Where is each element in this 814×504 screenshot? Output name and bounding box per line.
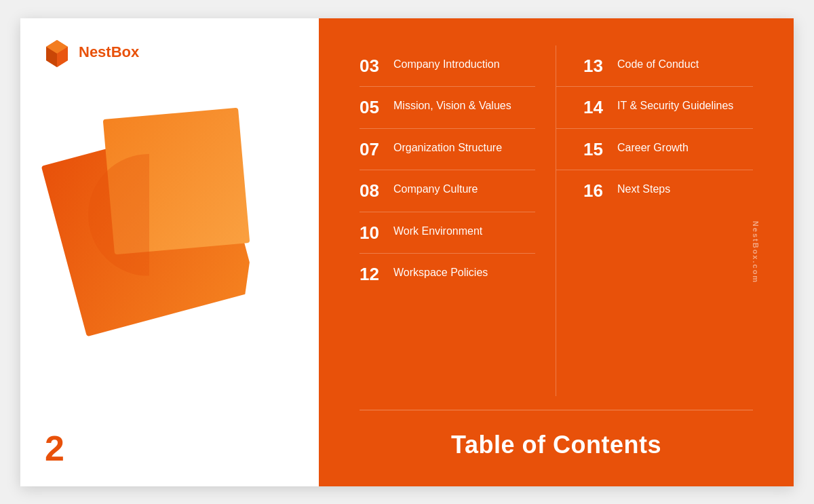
right-panel: 03 Company Introduction 05 Mission, Visi…: [319, 18, 794, 486]
toc-item-right-2: 15 Career Growth: [556, 129, 753, 171]
toc-number: 16: [583, 181, 608, 201]
logo-icon: [42, 37, 72, 67]
toc-label: Company Culture: [393, 181, 478, 197]
left-panel: NestBox 2: [20, 18, 319, 486]
toc-number: 08: [360, 181, 384, 201]
toc-number: 03: [360, 56, 384, 76]
toc-item-left-1: 05 Mission, Vision & Values: [360, 87, 535, 129]
toc-title: Table of Contents: [360, 423, 753, 459]
toc-label: Next Steps: [617, 181, 670, 197]
slide: NestBox 2 03 Company Introduction 05 Mis…: [20, 18, 794, 486]
watermark: NestBox.com: [752, 220, 760, 283]
toc-item-right-3: 16 Next Steps: [556, 170, 753, 212]
toc-label: Career Growth: [617, 140, 689, 155]
logo-text-normal: Nest: [79, 43, 111, 60]
toc-grid: 03 Company Introduction 05 Mission, Visi…: [360, 45, 753, 396]
toc-column-left: 03 Company Introduction 05 Mission, Visi…: [360, 45, 556, 396]
toc-item-right-0: 13 Code of Conduct: [556, 45, 753, 88]
toc-item-left-0: 03 Company Introduction: [360, 45, 535, 88]
toc-label: IT & Security Guidelines: [617, 98, 733, 113]
logo-area: NestBox: [42, 37, 139, 67]
toc-item-right-1: 14 IT & Security Guidelines: [556, 87, 753, 129]
toc-item-left-5: 12 Workspace Policies: [360, 254, 535, 295]
toc-number: 13: [583, 56, 608, 76]
toc-number: 05: [360, 98, 384, 117]
toc-divider: [360, 410, 753, 410]
toc-label: Organization Structure: [393, 140, 502, 155]
toc-number: 07: [360, 140, 384, 159]
toc-label: Work Environment: [393, 223, 482, 239]
toc-label: Code of Conduct: [617, 56, 699, 72]
toc-item-left-2: 07 Organization Structure: [360, 129, 535, 171]
toc-number: 15: [583, 140, 608, 159]
toc-label: Mission, Vision & Values: [393, 98, 511, 113]
toc-item-left-4: 10 Work Environment: [360, 212, 535, 254]
toc-item-left-3: 08 Company Culture: [360, 170, 535, 212]
toc-column-right: 13 Code of Conduct 14 IT & Security Guid…: [556, 45, 753, 396]
toc-label: Workspace Policies: [393, 265, 488, 280]
logo-text: NestBox: [79, 43, 139, 61]
logo-text-bold: Box: [111, 43, 140, 60]
toc-number: 14: [583, 98, 608, 117]
toc-label: Company Introduction: [393, 56, 500, 72]
slide-number: 2: [45, 428, 64, 469]
toc-number: 10: [360, 223, 384, 243]
toc-number: 12: [360, 265, 384, 284]
